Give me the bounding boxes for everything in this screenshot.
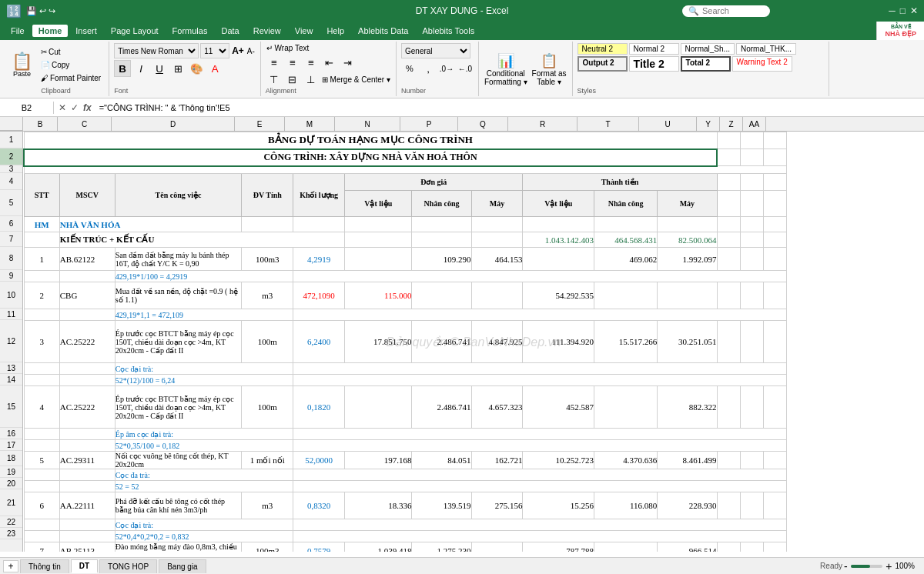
cell-r24-dv[interactable]: 100m3 (242, 542, 293, 552)
cell-r8-may2[interactable]: 1.992.097 (658, 248, 717, 271)
cell-r21-mscv[interactable]: AA.22111 (59, 492, 115, 519)
cancel-formula-icon[interactable]: ✕ (59, 102, 66, 113)
cell-r11-note[interactable]: 429,19*1,1 = 472,109 (115, 309, 293, 321)
paste-button[interactable]: 📋 Paste (8, 51, 36, 80)
row-num-21[interactable]: 21 (0, 489, 22, 516)
cell-r24-mscv[interactable]: AB.25113 (59, 542, 115, 552)
minimize-btn[interactable]: ─ (889, 5, 896, 16)
cell-r21-may[interactable]: 275.156 (471, 492, 523, 519)
cell-r15-dv[interactable]: 100m (242, 386, 293, 429)
cell-r24-stt[interactable]: 7 (24, 542, 59, 552)
wrap-text-btn[interactable]: ↵ Wrap Text (266, 43, 310, 53)
col-header-Y[interactable]: Y (697, 117, 720, 131)
cell-r7-ten[interactable]: KIẾN TRÚC + KẾT CẤU (59, 232, 344, 248)
style-title2[interactable]: Title 2 (629, 56, 679, 72)
cell-r7-may[interactable]: 82.500.064 (658, 232, 717, 248)
align-middle-btn[interactable]: ⊟ (284, 72, 301, 87)
cell-r24-vatlieu[interactable]: 1.039.418 (345, 542, 412, 552)
cell-r10-ten[interactable]: Mua đất về san nền, độ chặt =0.9 ( hệ số… (115, 282, 242, 309)
cell-r8-dv[interactable]: 100m3 (242, 248, 293, 271)
style-warning2[interactable]: Warning Text 2 (732, 56, 792, 72)
align-bottom-btn[interactable]: ⊥ (303, 72, 320, 87)
conditional-formatting-btn[interactable]: 📊 ConditionalFormatting ▾ (484, 52, 528, 87)
cell-r24-nhancong[interactable]: 1.275.230 (412, 542, 471, 552)
cell-r12-kl[interactable]: 6,2400 (293, 321, 345, 363)
comma-btn[interactable]: , (420, 61, 437, 76)
cell-r7-nhancong[interactable]: 464.568.431 (594, 232, 658, 248)
row-num-15[interactable]: 15 (0, 385, 22, 428)
style-neutral2[interactable]: Neutral 2 (578, 43, 628, 55)
col-header-AA[interactable]: AA (743, 117, 766, 131)
row-num-23[interactable]: 23 (0, 528, 22, 539)
style-normal2[interactable]: Normal 2 (629, 43, 679, 55)
col-header-E[interactable]: E (235, 117, 285, 131)
align-right-btn[interactable]: ≡ (303, 55, 320, 70)
cell-r21-may2[interactable]: 228.930 (658, 492, 717, 519)
style-output2[interactable]: Output 2 (578, 56, 628, 72)
cell-r16-note[interactable]: Ép âm cọc đại trà: (115, 429, 293, 440)
col-header-D[interactable]: D (112, 117, 235, 131)
cell-r12-nhancong[interactable]: 2.486.741 (412, 321, 471, 363)
style-total2[interactable]: Total 2 (681, 56, 731, 72)
style-normal-sh[interactable]: Normal_Sh... (681, 43, 735, 55)
row-num-14[interactable]: 14 (0, 374, 22, 385)
cell-r8-stt[interactable]: 1 (24, 248, 59, 271)
cell-r12-stt[interactable]: 3 (24, 321, 59, 363)
row-num-5[interactable]: 5 (0, 190, 22, 216)
menu-item-ablebits-data[interactable]: Ablebits Data (352, 25, 414, 37)
cell-r15-mscv[interactable]: AC.25222 (59, 386, 115, 429)
cell-r24-ten[interactable]: Đào móng bằng máy đào 0,8m3, chiều rộng … (115, 542, 242, 552)
format-painter-button[interactable]: 🖌Format Painter (38, 72, 104, 84)
col-header-R[interactable]: R (508, 117, 578, 131)
cell-r10-mscv[interactable]: CBG (59, 282, 115, 309)
cell-r13-note[interactable]: Cọc đại trà: (115, 363, 293, 375)
cell-r18-dv[interactable]: 1 mối nối (242, 452, 293, 469)
cut-button[interactable]: ✂Cut (38, 46, 104, 58)
cell-r8-mscv[interactable]: AB.62122 (59, 248, 115, 271)
menu-item-review[interactable]: Review (247, 25, 287, 37)
border-btn[interactable]: ⊞ (169, 60, 186, 77)
cell-r18-may2[interactable]: 8.461.499 (658, 452, 717, 469)
menu-item-insert[interactable]: Insert (69, 25, 103, 37)
col-header-C[interactable]: C (58, 117, 112, 131)
row-num-10[interactable]: 10 (0, 282, 22, 309)
italic-btn[interactable]: I (132, 60, 149, 77)
row-num-17[interactable]: 17 (0, 439, 22, 451)
row-num-4[interactable]: 4 (0, 173, 22, 190)
menu-item-help[interactable]: Help (320, 25, 350, 37)
menu-item-file[interactable]: File (5, 25, 31, 37)
cell-r17-note[interactable]: 52*0,35/100 = 0,182 (115, 440, 293, 452)
cell-r21-vatlieu2[interactable]: 15.256 (523, 492, 594, 519)
cell-r8-kl[interactable]: 4,2919 (293, 248, 345, 271)
cell-r21-nhancong[interactable]: 139.519 (412, 492, 471, 519)
increase-decimal-btn[interactable]: .0→ (438, 61, 455, 76)
cell-r12-mscv[interactable]: AC.25222 (59, 321, 115, 363)
cell-r12-ten[interactable]: Ép trước cọc BTCT bằng máy ép cọc 150T, … (115, 321, 242, 363)
cell-r18-nhancong[interactable]: 84.051 (412, 452, 471, 469)
row-num-9[interactable]: 9 (0, 270, 22, 282)
cell-r15-nhancong[interactable]: 2.486.741 (412, 386, 471, 429)
percent-btn[interactable]: % (401, 61, 418, 76)
cell-r24-vatlieu2[interactable]: 787.788 (523, 542, 594, 552)
merge-center-btn[interactable]: ⊞ Merge & Center ▾ (321, 75, 391, 85)
cell-r15-kl[interactable]: 0,1820 (293, 386, 345, 429)
name-box[interactable]: B2 (0, 102, 54, 114)
style-normal-thk[interactable]: Normal_THK... (736, 43, 796, 55)
row-num-7[interactable]: 7 (0, 232, 22, 247)
cell-r21-kl[interactable]: 0,8320 (293, 492, 345, 519)
col-header-Q[interactable]: Q (458, 117, 508, 131)
fill-color-btn[interactable]: 🎨 (188, 60, 205, 77)
menu-item-ablebits-tools[interactable]: Ablebits Tools (416, 25, 480, 37)
cell-r15-may[interactable]: 4.657.323 (471, 386, 523, 429)
cell-r12-vatlieu2[interactable]: 111.394.920 (523, 321, 594, 363)
cell-r22-note[interactable]: Cọc đại trà: (115, 519, 293, 531)
menu-item-data[interactable]: Data (215, 25, 245, 37)
align-center-btn[interactable]: ≡ (284, 55, 301, 70)
cell-r12-nhancong2[interactable]: 15.517.266 (594, 321, 658, 363)
indent-increase-btn[interactable]: ⇥ (340, 55, 357, 70)
row-num-20[interactable]: 20 (0, 478, 22, 489)
col-header-U[interactable]: U (639, 117, 697, 131)
main-title-cell[interactable]: BẢNG DỰ TOÁN HẠNG MỤC CÔNG TRÌNH (24, 132, 717, 149)
cell-r18-kl[interactable]: 52,0000 (293, 452, 345, 469)
font-size-select[interactable]: 11 (200, 43, 229, 58)
